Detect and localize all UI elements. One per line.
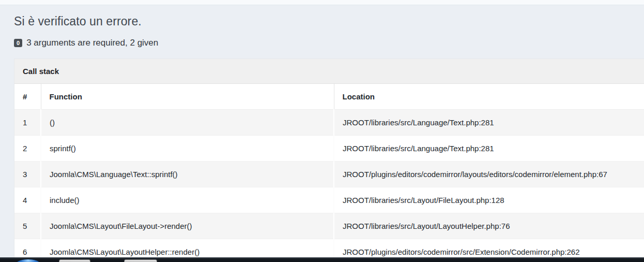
error-page: Si è verificato un errore. 0 3 arguments… xyxy=(0,5,644,262)
taskbar-button[interactable] xyxy=(59,259,90,262)
column-header-number: # xyxy=(14,84,41,110)
callstack-row: 2 sprintf() JROOT/libraries/src/Language… xyxy=(14,136,644,162)
row-number: 2 xyxy=(14,136,41,162)
page-title: Si è verificato un errore. xyxy=(14,14,644,28)
taskbar xyxy=(0,257,644,262)
callstack-row: 5 Joomla\CMS\Layout\FileLayout->render()… xyxy=(14,213,644,239)
error-code-badge: 0 xyxy=(14,39,22,47)
callstack-card-header: Call stack xyxy=(14,59,644,84)
row-location: JROOT/plugins/editors/codemirror/layouts… xyxy=(334,162,644,187)
callstack-table-head: # Function Location xyxy=(14,84,644,110)
column-header-location: Location xyxy=(334,84,644,110)
callstack-card: Call stack # Function Location 1 () JROO… xyxy=(14,59,644,262)
row-function: include() xyxy=(41,187,334,213)
callstack-row: 1 () JROOT/libraries/src/Language/Text.p… xyxy=(14,110,644,136)
callstack-title: Call stack xyxy=(23,67,59,76)
taskbar-button[interactable] xyxy=(124,259,157,262)
row-number: 1 xyxy=(14,110,41,136)
callstack-row: 3 Joomla\CMS\Language\Text::sprintf() JR… xyxy=(14,162,644,187)
start-button-icon[interactable] xyxy=(16,259,40,262)
row-location: JROOT/libraries/src/Language/Text.php:28… xyxy=(334,110,644,136)
callstack-row: 4 include() JROOT/libraries/src/Layout/F… xyxy=(14,187,644,213)
error-message-text: 3 arguments are required, 2 given xyxy=(26,37,158,49)
row-location: JROOT/libraries/src/Layout/FileLayout.ph… xyxy=(334,187,644,213)
row-function: Joomla\CMS\Layout\FileLayout->render() xyxy=(41,213,334,239)
row-function: sprintf() xyxy=(41,136,334,162)
browser-edge-strip xyxy=(0,0,644,5)
row-location: JROOT/libraries/src/Language/Text.php:28… xyxy=(334,136,644,162)
row-function: () xyxy=(41,110,334,136)
error-message-line: 0 3 arguments are required, 2 given xyxy=(14,37,644,49)
callstack-table: # Function Location 1 () JROOT/libraries… xyxy=(14,84,644,262)
row-number: 5 xyxy=(14,213,41,239)
callstack-table-body: 1 () JROOT/libraries/src/Language/Text.p… xyxy=(14,110,644,262)
row-location: JROOT/libraries/src/Layout/LayoutHelper.… xyxy=(334,213,644,239)
row-function: Joomla\CMS\Language\Text::sprintf() xyxy=(41,162,334,187)
row-number: 3 xyxy=(14,162,41,187)
row-number: 4 xyxy=(14,187,41,213)
column-header-function: Function xyxy=(41,84,334,110)
